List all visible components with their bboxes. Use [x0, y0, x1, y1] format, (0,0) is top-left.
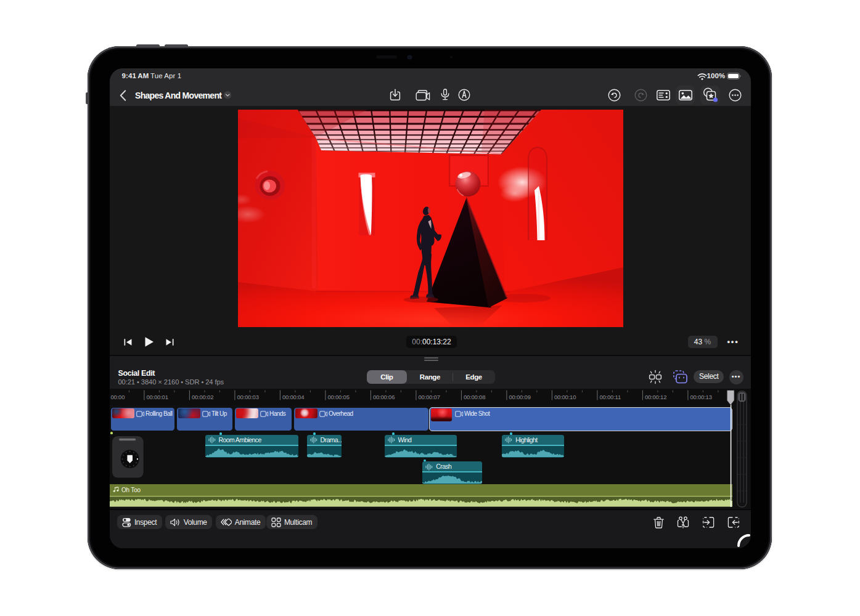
svg-text:00:00:01: 00:00:01 [146, 394, 168, 400]
svg-text:00:00:04: 00:00:04 [282, 394, 304, 400]
svg-text:00:00:02: 00:00:02 [192, 394, 213, 400]
svg-text:00:00:09: 00:00:09 [509, 394, 530, 400]
svg-text:00:00:03: 00:00:03 [237, 394, 258, 400]
svg-text:00:00:12: 00:00:12 [645, 394, 666, 400]
svg-text:00:00:10: 00:00:10 [554, 394, 576, 400]
svg-text:00:00: 00:00 [111, 394, 125, 400]
svg-text:00:00:11: 00:00:11 [599, 394, 621, 400]
svg-text:00:00:07: 00:00:07 [418, 394, 440, 400]
svg-text:00:00:06: 00:00:06 [373, 394, 395, 400]
svg-text:00:00:05: 00:00:05 [327, 394, 349, 400]
svg-text:00:00:08: 00:00:08 [464, 394, 485, 400]
svg-text:00:00:13: 00:00:13 [690, 394, 711, 400]
